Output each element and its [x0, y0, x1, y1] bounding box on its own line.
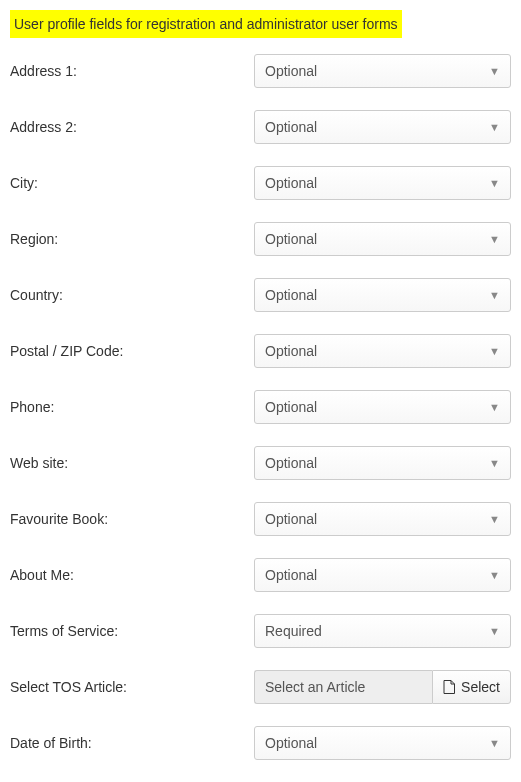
row-website: Web site: Optional ▼ [10, 446, 511, 480]
chevron-down-icon: ▼ [489, 457, 500, 469]
chevron-down-icon: ▼ [489, 65, 500, 77]
select-value: Optional [265, 287, 317, 303]
row-postal: Postal / ZIP Code: Optional ▼ [10, 334, 511, 368]
row-aboutme: About Me: Optional ▼ [10, 558, 511, 592]
chevron-down-icon: ▼ [489, 233, 500, 245]
select-value: Optional [265, 231, 317, 247]
label-dob: Date of Birth: [10, 735, 254, 751]
row-region: Region: Optional ▼ [10, 222, 511, 256]
row-favbook: Favourite Book: Optional ▼ [10, 502, 511, 536]
tos-article-display: Select an Article [254, 670, 432, 704]
row-phone: Phone: Optional ▼ [10, 390, 511, 424]
row-tos: Terms of Service: Required ▼ [10, 614, 511, 648]
chevron-down-icon: ▼ [489, 345, 500, 357]
select-value: Optional [265, 455, 317, 471]
chevron-down-icon: ▼ [489, 121, 500, 133]
file-icon [443, 680, 455, 694]
chevron-down-icon: ▼ [489, 177, 500, 189]
row-country: Country: Optional ▼ [10, 278, 511, 312]
label-postal: Postal / ZIP Code: [10, 343, 254, 359]
chevron-down-icon: ▼ [489, 513, 500, 525]
select-address2[interactable]: Optional ▼ [254, 110, 511, 144]
section-heading: User profile fields for registration and… [10, 10, 402, 38]
row-city: City: Optional ▼ [10, 166, 511, 200]
select-city[interactable]: Optional ▼ [254, 166, 511, 200]
select-value: Optional [265, 511, 317, 527]
select-region[interactable]: Optional ▼ [254, 222, 511, 256]
select-value: Optional [265, 399, 317, 415]
chevron-down-icon: ▼ [489, 569, 500, 581]
select-value: Optional [265, 567, 317, 583]
select-value: Optional [265, 63, 317, 79]
chevron-down-icon: ▼ [489, 625, 500, 637]
select-aboutme[interactable]: Optional ▼ [254, 558, 511, 592]
label-address2: Address 2: [10, 119, 254, 135]
row-dob: Date of Birth: Optional ▼ [10, 726, 511, 760]
chevron-down-icon: ▼ [489, 289, 500, 301]
select-address1[interactable]: Optional ▼ [254, 54, 511, 88]
label-aboutme: About Me: [10, 567, 254, 583]
select-phone[interactable]: Optional ▼ [254, 390, 511, 424]
chevron-down-icon: ▼ [489, 737, 500, 749]
label-address1: Address 1: [10, 63, 254, 79]
select-dob[interactable]: Optional ▼ [254, 726, 511, 760]
select-tos[interactable]: Required ▼ [254, 614, 511, 648]
select-article-button[interactable]: Select [432, 670, 511, 704]
label-country: Country: [10, 287, 254, 303]
select-button-label: Select [461, 679, 500, 695]
select-website[interactable]: Optional ▼ [254, 446, 511, 480]
select-postal[interactable]: Optional ▼ [254, 334, 511, 368]
row-address1: Address 1: Optional ▼ [10, 54, 511, 88]
row-tos-article: Select TOS Article: Select an Article Se… [10, 670, 511, 704]
label-tos-article: Select TOS Article: [10, 679, 254, 695]
label-city: City: [10, 175, 254, 191]
tos-article-placeholder: Select an Article [265, 679, 365, 695]
select-value: Optional [265, 119, 317, 135]
select-value: Required [265, 623, 322, 639]
select-value: Optional [265, 175, 317, 191]
row-address2: Address 2: Optional ▼ [10, 110, 511, 144]
label-region: Region: [10, 231, 254, 247]
label-phone: Phone: [10, 399, 254, 415]
select-value: Optional [265, 735, 317, 751]
chevron-down-icon: ▼ [489, 401, 500, 413]
select-country[interactable]: Optional ▼ [254, 278, 511, 312]
select-value: Optional [265, 343, 317, 359]
select-favbook[interactable]: Optional ▼ [254, 502, 511, 536]
label-tos: Terms of Service: [10, 623, 254, 639]
label-favbook: Favourite Book: [10, 511, 254, 527]
label-website: Web site: [10, 455, 254, 471]
